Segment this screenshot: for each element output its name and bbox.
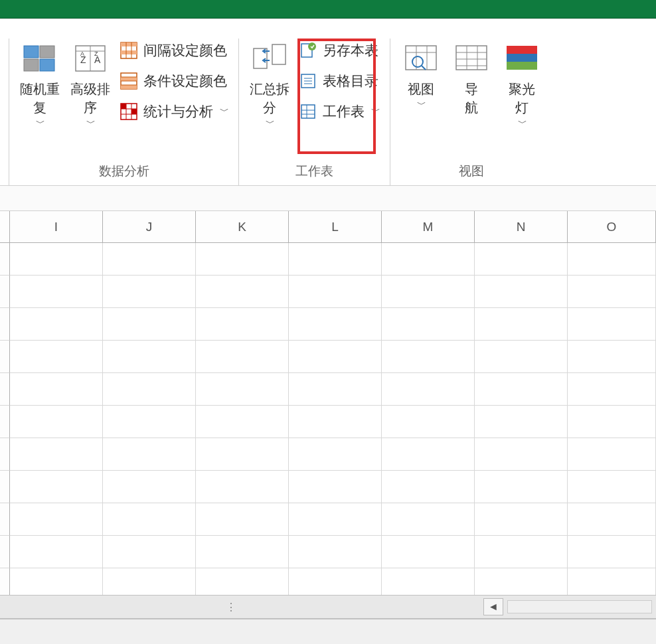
column-header[interactable]: O bbox=[568, 211, 656, 242]
cell[interactable] bbox=[289, 471, 382, 503]
cell[interactable] bbox=[289, 503, 382, 536]
interval-color-button[interactable]: 间隔设定颜色 bbox=[120, 41, 229, 60]
view-button[interactable]: 视图 ﹀ bbox=[396, 39, 446, 113]
cell[interactable] bbox=[10, 536, 103, 568]
cell[interactable] bbox=[196, 243, 289, 276]
cell[interactable] bbox=[196, 341, 289, 373]
cell[interactable] bbox=[289, 308, 382, 341]
cell[interactable] bbox=[475, 471, 568, 503]
condition-color-button[interactable]: 条件设定颜色 bbox=[120, 72, 229, 90]
cell[interactable] bbox=[568, 471, 656, 503]
cell[interactable] bbox=[382, 536, 475, 568]
cell[interactable] bbox=[382, 308, 475, 341]
cell[interactable] bbox=[103, 243, 196, 276]
worksheet-button[interactable]: 工作表 ﹀ bbox=[299, 102, 380, 121]
worksheet-label: 工作表 bbox=[323, 102, 365, 121]
column-header[interactable]: L bbox=[289, 211, 382, 242]
advanced-sort-button[interactable]: Z A A Z 高级排 序 ﹀ bbox=[65, 39, 116, 131]
cell[interactable] bbox=[568, 308, 656, 341]
stats-analysis-button[interactable]: 统计与分析 ﹀ bbox=[120, 102, 229, 121]
cell[interactable] bbox=[196, 373, 289, 406]
cell[interactable] bbox=[475, 276, 568, 308]
cell[interactable] bbox=[475, 503, 568, 536]
cell[interactable] bbox=[382, 471, 475, 503]
cell[interactable] bbox=[475, 243, 568, 276]
cell[interactable] bbox=[196, 276, 289, 308]
cell[interactable] bbox=[103, 503, 196, 536]
group-label-worksheet: 工作表 bbox=[295, 160, 333, 180]
cell[interactable] bbox=[196, 438, 289, 471]
grid-row bbox=[0, 438, 656, 471]
cell[interactable] bbox=[103, 373, 196, 406]
cell[interactable] bbox=[382, 438, 475, 471]
horizontal-scrollbar[interactable] bbox=[507, 600, 652, 613]
cell[interactable] bbox=[103, 471, 196, 503]
cell[interactable] bbox=[10, 438, 103, 471]
cell[interactable] bbox=[196, 471, 289, 503]
cell[interactable] bbox=[10, 503, 103, 536]
cell[interactable] bbox=[103, 406, 196, 438]
cell[interactable] bbox=[10, 373, 103, 406]
cell[interactable] bbox=[475, 438, 568, 471]
cell[interactable] bbox=[568, 503, 656, 536]
cell[interactable] bbox=[568, 406, 656, 438]
cell[interactable] bbox=[196, 503, 289, 536]
cell[interactable] bbox=[103, 308, 196, 341]
cell[interactable] bbox=[382, 243, 475, 276]
navigation-button[interactable]: 导 航 bbox=[446, 39, 497, 118]
cell[interactable] bbox=[475, 373, 568, 406]
column-header[interactable]: K bbox=[196, 211, 289, 242]
cell[interactable] bbox=[475, 308, 568, 341]
cell[interactable] bbox=[289, 406, 382, 438]
cell[interactable] bbox=[289, 341, 382, 373]
cell[interactable] bbox=[103, 276, 196, 308]
column-header[interactable]: M bbox=[382, 211, 475, 242]
cell[interactable] bbox=[10, 406, 103, 438]
cell[interactable] bbox=[382, 276, 475, 308]
table-catalog-label: 表格目录 bbox=[323, 72, 378, 90]
cell[interactable] bbox=[289, 438, 382, 471]
cell[interactable] bbox=[196, 406, 289, 438]
cell[interactable] bbox=[289, 276, 382, 308]
cell[interactable] bbox=[382, 406, 475, 438]
cell[interactable] bbox=[568, 341, 656, 373]
cell[interactable] bbox=[568, 276, 656, 308]
cell[interactable] bbox=[568, 243, 656, 276]
column-header[interactable]: J bbox=[103, 211, 196, 242]
random-repeat-button[interactable]: 随机重 复 ﹀ bbox=[15, 39, 65, 131]
column-header[interactable]: N bbox=[475, 211, 568, 242]
spreadsheet-grid[interactable]: IJKLMNO bbox=[0, 211, 656, 601]
formula-bar[interactable] bbox=[0, 186, 656, 211]
cell[interactable] bbox=[10, 341, 103, 373]
cell[interactable] bbox=[289, 243, 382, 276]
cell[interactable] bbox=[475, 341, 568, 373]
spotlight-button[interactable]: 聚光 灯 ﹀ bbox=[497, 39, 547, 131]
cell[interactable] bbox=[289, 373, 382, 406]
interval-color-icon bbox=[120, 41, 138, 60]
cell[interactable] bbox=[475, 536, 568, 568]
cell[interactable] bbox=[196, 308, 289, 341]
column-header[interactable]: I bbox=[10, 211, 103, 242]
cell[interactable] bbox=[382, 503, 475, 536]
cell[interactable] bbox=[103, 536, 196, 568]
summary-split-button[interactable]: 汇总拆 分 ﹀ bbox=[244, 39, 295, 131]
cell[interactable] bbox=[10, 471, 103, 503]
spotlight-label: 聚光 灯 bbox=[509, 80, 535, 117]
scroll-left-button[interactable]: ◄ bbox=[483, 598, 503, 615]
cell[interactable] bbox=[10, 243, 103, 276]
cell[interactable] bbox=[103, 341, 196, 373]
cell[interactable] bbox=[10, 276, 103, 308]
cell[interactable] bbox=[568, 536, 656, 568]
svg-point-32 bbox=[308, 42, 316, 50]
cell[interactable] bbox=[103, 438, 196, 471]
cell[interactable] bbox=[382, 373, 475, 406]
save-as-table-button[interactable]: 另存本表 bbox=[299, 41, 380, 60]
cell[interactable] bbox=[289, 536, 382, 568]
cell[interactable] bbox=[382, 341, 475, 373]
cell[interactable] bbox=[475, 406, 568, 438]
table-catalog-button[interactable]: 表格目录 bbox=[299, 72, 380, 90]
cell[interactable] bbox=[10, 308, 103, 341]
cell[interactable] bbox=[568, 438, 656, 471]
cell[interactable] bbox=[568, 373, 656, 406]
cell[interactable] bbox=[196, 536, 289, 568]
